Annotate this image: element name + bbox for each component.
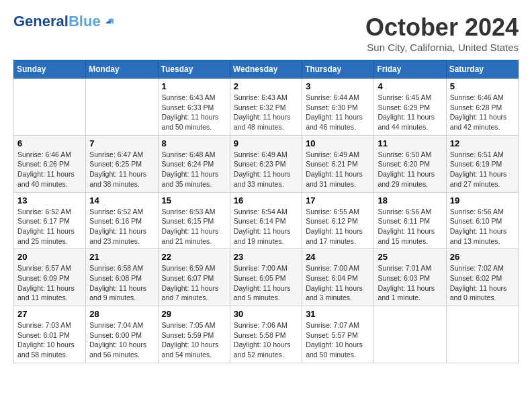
day-number: 18 [378,195,442,205]
day-number: 26 [450,252,515,262]
day-number: 16 [234,195,298,205]
calendar-cell: 31Sunrise: 7:07 AM Sunset: 5:57 PM Dayli… [302,306,374,363]
calendar-cell: 20Sunrise: 6:57 AM Sunset: 6:09 PM Dayli… [14,249,86,306]
day-number: 28 [89,309,154,319]
calendar-cell: 11Sunrise: 6:50 AM Sunset: 6:20 PM Dayli… [374,135,446,192]
day-number: 9 [234,138,298,148]
day-number: 4 [378,81,442,91]
day-number: 19 [450,195,515,205]
day-info: Sunrise: 7:00 AM Sunset: 6:04 PM Dayligh… [306,264,363,302]
day-info: Sunrise: 6:49 AM Sunset: 6:21 PM Dayligh… [306,150,363,188]
calendar-cell: 27Sunrise: 7:03 AM Sunset: 6:01 PM Dayli… [14,306,86,363]
day-info: Sunrise: 6:47 AM Sunset: 6:25 PM Dayligh… [89,150,146,188]
calendar-cell: 30Sunrise: 7:06 AM Sunset: 5:58 PM Dayli… [230,306,302,363]
day-info: Sunrise: 6:46 AM Sunset: 6:28 PM Dayligh… [450,93,507,131]
day-info: Sunrise: 7:00 AM Sunset: 6:05 PM Dayligh… [234,264,291,302]
day-number: 23 [234,252,298,262]
week-row-4: 20Sunrise: 6:57 AM Sunset: 6:09 PM Dayli… [14,249,519,306]
calendar-cell: 7Sunrise: 6:47 AM Sunset: 6:25 PM Daylig… [86,135,158,192]
calendar-cell: 10Sunrise: 6:49 AM Sunset: 6:21 PM Dayli… [302,135,374,192]
day-info: Sunrise: 7:07 AM Sunset: 5:57 PM Dayligh… [306,321,363,359]
calendar-subtitle: Sun City, California, United States [365,42,519,53]
day-info: Sunrise: 6:43 AM Sunset: 6:33 PM Dayligh… [162,93,219,131]
calendar-cell: 12Sunrise: 6:51 AM Sunset: 6:19 PM Dayli… [446,135,518,192]
day-number: 14 [89,195,154,205]
day-info: Sunrise: 6:48 AM Sunset: 6:24 PM Dayligh… [162,150,219,188]
day-info: Sunrise: 6:55 AM Sunset: 6:12 PM Dayligh… [306,208,363,245]
day-number: 10 [306,138,370,148]
day-number: 21 [89,252,154,262]
weekday-header-row: SundayMondayTuesdayWednesdayThursdayFrid… [14,60,519,79]
day-info: Sunrise: 7:04 AM Sunset: 6:00 PM Dayligh… [89,321,146,359]
calendar-cell: 4Sunrise: 6:45 AM Sunset: 6:29 PM Daylig… [374,79,446,136]
calendar-cell: 2Sunrise: 6:43 AM Sunset: 6:32 PM Daylig… [230,79,302,136]
calendar-cell: 19Sunrise: 6:56 AM Sunset: 6:10 PM Dayli… [446,192,518,249]
day-number: 29 [162,309,226,319]
weekday-header-friday: Friday [374,60,446,79]
day-info: Sunrise: 7:05 AM Sunset: 5:59 PM Dayligh… [162,321,219,359]
day-info: Sunrise: 6:51 AM Sunset: 6:19 PM Dayligh… [450,150,507,188]
calendar-table: SundayMondayTuesdayWednesdayThursdayFrid… [13,60,519,363]
weekday-header-thursday: Thursday [302,60,374,79]
day-info: Sunrise: 6:59 AM Sunset: 6:07 PM Dayligh… [162,264,219,302]
title-area: October 2024 Sun City, California, Unite… [365,13,519,53]
calendar-cell: 16Sunrise: 6:54 AM Sunset: 6:14 PM Dayli… [230,192,302,249]
weekday-header-saturday: Saturday [446,60,518,79]
day-number: 5 [450,81,515,91]
day-info: Sunrise: 7:01 AM Sunset: 6:03 PM Dayligh… [378,264,435,302]
day-number: 17 [306,195,370,205]
weekday-header-sunday: Sunday [14,60,86,79]
day-number: 25 [378,252,442,262]
calendar-cell: 24Sunrise: 7:00 AM Sunset: 6:04 PM Dayli… [302,249,374,306]
calendar-cell [374,306,446,363]
day-number: 30 [234,309,298,319]
day-number: 11 [378,138,442,148]
day-info: Sunrise: 6:57 AM Sunset: 6:09 PM Dayligh… [17,264,75,302]
day-number: 7 [89,138,154,148]
day-info: Sunrise: 6:45 AM Sunset: 6:29 PM Dayligh… [378,93,435,131]
calendar-cell: 25Sunrise: 7:01 AM Sunset: 6:03 PM Dayli… [374,249,446,306]
calendar-cell: 5Sunrise: 6:46 AM Sunset: 6:28 PM Daylig… [446,79,518,136]
header: GeneralBlue October 2024 Sun City, Calif… [13,13,519,53]
week-row-5: 27Sunrise: 7:03 AM Sunset: 6:01 PM Dayli… [14,306,519,363]
day-number: 20 [17,252,82,262]
day-info: Sunrise: 7:06 AM Sunset: 5:58 PM Dayligh… [234,321,291,359]
day-number: 13 [17,195,82,205]
logo-text: GeneralBlue [13,13,101,30]
week-row-1: 1Sunrise: 6:43 AM Sunset: 6:33 PM Daylig… [14,79,519,136]
calendar-cell: 8Sunrise: 6:48 AM Sunset: 6:24 PM Daylig… [158,135,230,192]
day-number: 8 [162,138,226,148]
day-info: Sunrise: 6:53 AM Sunset: 6:15 PM Dayligh… [162,208,219,245]
day-info: Sunrise: 6:43 AM Sunset: 6:32 PM Dayligh… [234,93,291,131]
calendar-cell: 14Sunrise: 6:52 AM Sunset: 6:16 PM Dayli… [86,192,158,249]
calendar-cell: 15Sunrise: 6:53 AM Sunset: 6:15 PM Dayli… [158,192,230,249]
day-number: 24 [306,252,370,262]
day-info: Sunrise: 6:44 AM Sunset: 6:30 PM Dayligh… [306,93,363,131]
calendar-cell: 22Sunrise: 6:59 AM Sunset: 6:07 PM Dayli… [158,249,230,306]
day-info: Sunrise: 6:49 AM Sunset: 6:23 PM Dayligh… [234,150,291,188]
calendar-cell: 17Sunrise: 6:55 AM Sunset: 6:12 PM Dayli… [302,192,374,249]
day-number: 3 [306,81,370,91]
calendar-cell: 23Sunrise: 7:00 AM Sunset: 6:05 PM Dayli… [230,249,302,306]
day-number: 1 [162,81,226,91]
day-number: 6 [17,138,82,148]
calendar-cell: 26Sunrise: 7:02 AM Sunset: 6:02 PM Dayli… [446,249,518,306]
calendar-cell [446,306,518,363]
week-row-3: 13Sunrise: 6:52 AM Sunset: 6:17 PM Dayli… [14,192,519,249]
calendar-cell: 1Sunrise: 6:43 AM Sunset: 6:33 PM Daylig… [158,79,230,136]
calendar-cell: 18Sunrise: 6:56 AM Sunset: 6:11 PM Dayli… [374,192,446,249]
calendar-cell [86,79,158,136]
calendar-cell: 13Sunrise: 6:52 AM Sunset: 6:17 PM Dayli… [14,192,86,249]
week-row-2: 6Sunrise: 6:46 AM Sunset: 6:26 PM Daylig… [14,135,519,192]
calendar-title: October 2024 [365,13,519,42]
day-number: 2 [234,81,298,91]
calendar-cell: 21Sunrise: 6:58 AM Sunset: 6:08 PM Dayli… [86,249,158,306]
calendar-cell: 6Sunrise: 6:46 AM Sunset: 6:26 PM Daylig… [14,135,86,192]
weekday-header-tuesday: Tuesday [158,60,230,79]
day-number: 12 [450,138,515,148]
calendar-cell: 29Sunrise: 7:05 AM Sunset: 5:59 PM Dayli… [158,306,230,363]
day-number: 15 [162,195,226,205]
calendar-cell: 3Sunrise: 6:44 AM Sunset: 6:30 PM Daylig… [302,79,374,136]
day-info: Sunrise: 7:03 AM Sunset: 6:01 PM Dayligh… [17,321,75,359]
day-info: Sunrise: 6:46 AM Sunset: 6:26 PM Dayligh… [17,150,75,188]
